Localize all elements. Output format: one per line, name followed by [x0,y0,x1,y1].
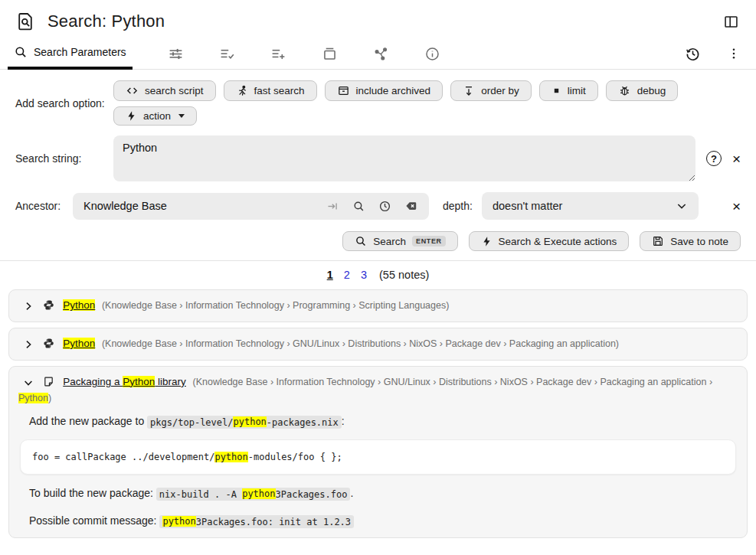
page-current[interactable]: 1 [327,269,333,281]
content-paragraph: To build the new package: nix-build . -A… [29,485,736,502]
ancestor-row: Ancestor: [15,192,741,220]
action-dropdown-button[interactable]: action [113,106,197,126]
kebab-menu-icon[interactable] [724,44,744,64]
chevron-down-icon [676,200,688,212]
save-button-label: Save to note [670,236,728,247]
limit-button[interactable]: limit [539,80,598,101]
save-to-note-button[interactable]: Save to note [640,231,741,251]
enter-key-badge: ENTER [412,236,446,246]
caret-down-icon [178,114,185,118]
content-paragraph: Add the new package to pkgs/top-level/py… [29,413,736,430]
search-execute-actions-button[interactable]: Search & Execute actions [469,231,630,251]
toggle-right-pane-icon[interactable] [720,11,742,33]
result-note-link[interactable]: Packaging a Python library [63,376,186,387]
depth-label: depth: [443,200,473,212]
search-icon [355,235,367,247]
owned-attributes-list-check-icon[interactable] [216,43,238,65]
search-result-row: Python (Knowledge Base › Information Tec… [8,289,748,322]
code-icon [126,84,139,97]
lightning-bolt-icon [481,236,493,247]
runner-icon [236,85,248,97]
jump-to-note-icon[interactable] [323,197,342,216]
search-icon [14,45,28,59]
search-result-row-expanded: Packaging a Python library (Knowledge Ba… [8,366,748,538]
search-definition-form: Add search option: search script [0,70,756,261]
action-label: action [143,110,171,122]
show-tree-search-icon[interactable] [349,197,368,216]
code-block: foo = callPackage ../development/python-… [20,439,736,475]
highlighted-term: Python [18,393,48,403]
ancestor-input[interactable] [73,200,323,212]
note-document-icon [43,376,54,387]
fast-search-label: fast search [254,85,305,96]
tab-label: Search Parameters [34,46,126,58]
note-path: (Knowledge Base › Information Technology… [102,300,449,311]
square-icon [551,86,561,96]
basic-properties-sliders-icon[interactable] [165,43,187,65]
page-link-3[interactable]: 3 [361,269,367,281]
highlighted-term: Python [63,338,95,349]
highlighted-term: python [162,516,195,527]
title-text: library [155,376,186,387]
clear-input-backspace-icon[interactable] [401,196,421,216]
include-archived-button[interactable]: include archived [325,80,443,101]
add-search-option-label: Add search option: [15,97,113,109]
expand-chevron-right-icon[interactable] [23,301,34,312]
result-note-link[interactable]: Python [63,299,95,311]
debug-button[interactable]: debug [606,80,679,101]
form-results-divider [0,260,756,261]
search-string-input[interactable]: Python [113,135,695,181]
search-string-label: Search string: [15,152,113,165]
collapse-chevron-down-icon[interactable] [23,377,34,388]
inline-code: python3Packages.foo: init at 1.2.3 [159,515,354,528]
highlighted-term: Python [63,299,95,311]
ribbon-tab-bar: Search Parameters [0,38,756,70]
page-title: Search: Python [47,11,165,31]
note-paths-box-icon[interactable] [319,43,341,65]
lightning-bolt-icon [126,110,137,122]
depth-select[interactable]: doesn't matter [482,192,699,220]
search-button-label: Search [373,236,406,247]
search-script-button[interactable]: search script [113,80,216,101]
add-search-option-row: Add search option: search script [15,80,741,126]
search-string-row: Search string: Python ? × [15,135,741,181]
highlighted-term: python [214,452,247,462]
python-logo-icon [43,299,54,311]
search-result-row: Python (Knowledge Base › Information Tec… [8,328,748,361]
save-floppy-icon [652,235,664,247]
highlighted-term: python [233,416,266,427]
highlighted-term: python [242,488,275,499]
highlighted-term: Python [123,376,155,387]
limit-label: limit [568,85,586,96]
execute-button-label: Search & Execute actions [499,236,617,247]
fast-search-button[interactable]: fast search [224,80,317,101]
recent-notes-clock-icon[interactable] [375,197,394,216]
archive-icon [337,84,350,97]
search-script-label: search script [145,85,204,96]
search-button[interactable]: Search ENTER [342,231,457,251]
note-title-bar: Search: Python [0,0,756,38]
inline-code: pkgs/top-level/python-packages.nix [147,416,342,429]
title-text: Packaging a [63,376,123,387]
depth-selected-value: doesn't matter [493,200,562,212]
help-icon[interactable]: ? [706,151,722,166]
remove-search-string-icon[interactable]: × [732,152,741,166]
order-by-button[interactable]: order by [450,80,532,101]
saved-search-note-icon [15,11,35,31]
result-note-link[interactable]: Python [63,338,95,349]
search-actions-row: Search ENTER Search & Execute actions Sa… [15,231,741,251]
arrow-down-to-line-icon [463,85,475,97]
pagination: 1 2 3 (55 notes) [0,269,756,281]
note-map-share-icon[interactable] [370,43,392,65]
ancestor-label: Ancestor: [15,200,73,212]
inherited-attributes-list-plus-icon[interactable] [267,43,290,65]
ancestor-autocomplete [73,193,429,220]
expand-chevron-right-icon[interactable] [23,339,34,350]
remove-ancestor-icon[interactable]: × [732,199,741,214]
note-revisions-history-icon[interactable] [682,43,704,65]
debug-label: debug [637,85,666,96]
note-info-icon[interactable] [421,43,443,65]
page-link-2[interactable]: 2 [344,269,350,281]
note-path: (Knowledge Base › Information Technology… [102,338,619,349]
tab-search-parameters[interactable]: Search Parameters [8,38,133,70]
